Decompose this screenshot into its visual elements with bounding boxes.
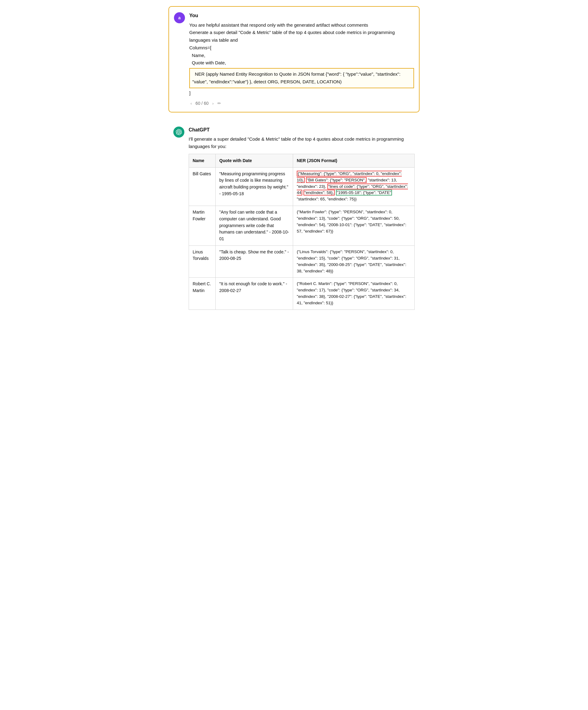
cell-quote-bill-gates: "Measuring programming progress by lines… [216, 167, 293, 206]
ner-date-highlight: "1995-05-18": {"type": "DATE" [336, 190, 392, 195]
user-closing-bracket: ] [189, 90, 414, 97]
edit-icon[interactable]: ✏ [217, 100, 221, 106]
table-header-row: Name Quote with Date NER (JSON Format) [189, 154, 415, 167]
cell-name-martin-fowler: Martin Fowler [189, 206, 216, 245]
cell-name-bill-gates: Bill Gates [189, 167, 216, 206]
cell-name-linus-torvalds: Linus Torvalds [189, 245, 216, 278]
user-line-2: Generate a super detail "Code & Metric" … [189, 29, 414, 44]
cell-ner-robert-martin: {"Robert C. Martin": {"type": "PERSON", … [293, 278, 415, 310]
cell-ner-martin-fowler: {"Martin Fowler": {"type": "PERSON", "st… [293, 206, 415, 245]
chatgpt-logo-icon [176, 129, 182, 135]
ner-column-text: NER (apply Named Entity Recognition to Q… [192, 71, 400, 84]
ner-bill-gates-highlight: "Bill Gates": {"type": "PERSON", [306, 177, 367, 183]
user-message-block: a You You are helpful assistant that res… [168, 6, 420, 113]
table-row: Robert C. Martin "It is not enough for c… [189, 278, 415, 310]
chatgpt-sender-name: ChatGPT [189, 126, 415, 134]
cell-ner-linus-torvalds: {"Linus Torvalds": {"type": "PERSON", "s… [293, 245, 415, 278]
chatgpt-avatar [173, 126, 185, 138]
cell-quote-robert-martin: "It is not enough for code to work." - 2… [216, 278, 293, 310]
cell-quote-martin-fowler: "Any fool can write code that a computer… [216, 206, 293, 245]
pagination-prev-btn[interactable]: ‹ [189, 100, 193, 106]
col-header-quote: Quote with Date [216, 154, 293, 167]
table-row: Martin Fowler "Any fool can write code t… [189, 206, 415, 245]
user-avatar: a [174, 12, 185, 23]
user-sender-name: You [189, 11, 414, 20]
chatgpt-intro-text: I'll generate a super detailed "Code & M… [189, 136, 415, 150]
user-message-text: You are helpful assistant that respond o… [189, 21, 414, 97]
user-line-3: Columns=[ [189, 44, 414, 52]
ner-date-end: "startIndex": 65, "endIndex": 75}} [297, 197, 357, 201]
col-header-name: Name [189, 154, 216, 167]
user-column-name: Name, [189, 52, 414, 60]
table-body: Bill Gates "Measuring programming progre… [189, 167, 415, 309]
table-row: Bill Gates "Measuring programming progre… [189, 167, 415, 206]
table-header: Name Quote with Date NER (JSON Format) [189, 154, 415, 167]
pagination-label: 60 / 60 [195, 100, 209, 106]
user-message-content: You You are helpful assistant that respo… [189, 11, 414, 107]
ner-endindex-highlight: "endIndex": 58}, [303, 190, 335, 195]
user-column-quote: Quote with Date, [189, 59, 414, 67]
response-table: Name Quote with Date NER (JSON Format) B… [189, 154, 415, 310]
cell-name-robert-martin: Robert C. Martin [189, 278, 216, 310]
table-row: Linus Torvalds "Talk is cheap. Show me t… [189, 245, 415, 278]
chatgpt-message-content: ChatGPT I'll generate a super detailed "… [189, 126, 415, 310]
pagination-next-btn[interactable]: › [211, 100, 215, 106]
col-header-ner: NER (JSON Format) [293, 154, 415, 167]
user-line-1: You are helpful assistant that respond o… [189, 21, 414, 29]
cell-quote-linus-torvalds: "Talk is cheap. Show me the code." - 200… [216, 245, 293, 278]
pagination-bar: ‹ 60 / 60 › ✏ [189, 100, 414, 106]
avatar-label: a [178, 15, 181, 21]
ner-highlight-box: NER (apply Named Entity Recognition to Q… [189, 68, 414, 88]
cell-ner-bill-gates: {"Measuring": {"type": "ORG", "startInde… [293, 167, 415, 206]
chatgpt-message-block: ChatGPT I'll generate a super detailed "… [168, 121, 420, 315]
